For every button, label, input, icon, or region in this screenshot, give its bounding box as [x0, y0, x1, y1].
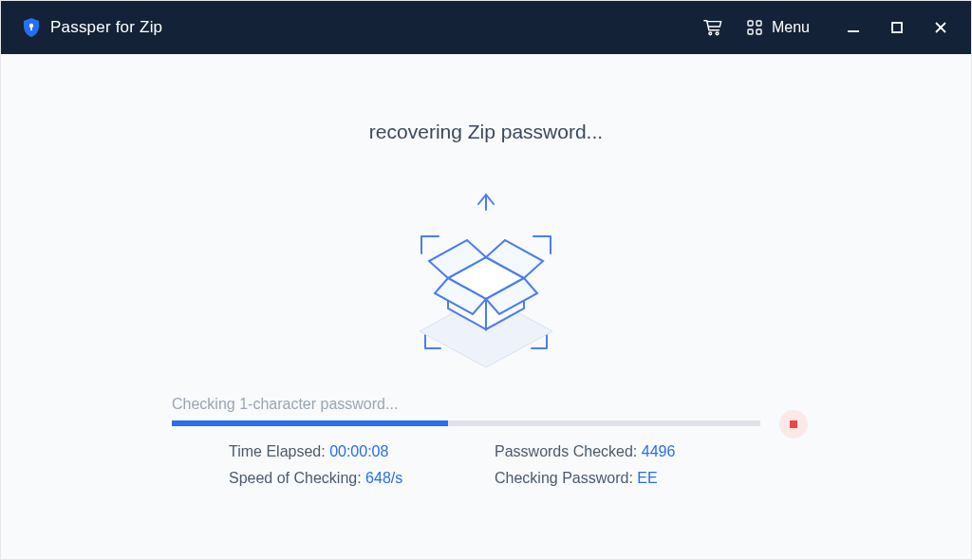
- titlebar: Passper for Zip: [1, 1, 971, 54]
- maximize-icon[interactable]: [888, 18, 907, 37]
- speed-label: Speed of Checking:: [229, 470, 365, 486]
- checking-password-label: Checking Password:: [495, 470, 637, 486]
- progress-title: recovering Zip password...: [1, 121, 971, 143]
- app-shield-icon: [22, 18, 41, 37]
- passwords-checked-value: 4496: [642, 443, 676, 459]
- illustration: [1, 187, 971, 396]
- svg-rect-9: [892, 23, 902, 32]
- time-elapsed-value: 00:00:08: [329, 443, 388, 459]
- app-window: Passper for Zip: [0, 0, 972, 560]
- window-controls: [844, 18, 950, 37]
- svg-rect-1: [30, 27, 32, 30]
- svg-rect-6: [748, 29, 753, 34]
- titlebar-left: Passper for Zip: [22, 18, 162, 37]
- menu-label: Menu: [772, 19, 810, 36]
- svg-rect-5: [757, 21, 761, 26]
- app-title: Passper for Zip: [50, 18, 162, 37]
- close-icon[interactable]: [931, 18, 950, 37]
- stop-button[interactable]: [779, 410, 808, 439]
- content-area: recovering Zip password...: [1, 54, 971, 559]
- speed-value: 648/s: [365, 470, 402, 486]
- svg-point-3: [716, 32, 719, 35]
- progress-bar: [172, 420, 760, 426]
- progress-fill: [172, 420, 448, 426]
- stop-icon: [790, 420, 797, 428]
- stat-time-elapsed: Time Elapsed: 00:00:08: [229, 443, 495, 460]
- svg-rect-7: [757, 29, 761, 34]
- svg-point-2: [709, 32, 712, 35]
- passwords-checked-label: Passwords Checked:: [495, 443, 642, 459]
- stat-checking-password: Checking Password: EE: [495, 470, 800, 487]
- menu-button[interactable]: Menu: [745, 18, 810, 37]
- time-elapsed-label: Time Elapsed:: [229, 443, 329, 459]
- cart-icon[interactable]: [703, 18, 722, 37]
- stat-passwords-checked: Passwords Checked: 4496: [495, 443, 800, 460]
- status-text: Checking 1-character password...: [172, 396, 398, 413]
- titlebar-right: Menu: [703, 18, 950, 37]
- stat-speed: Speed of Checking: 648/s: [229, 470, 495, 487]
- minimize-icon[interactable]: [844, 18, 863, 37]
- svg-rect-4: [748, 21, 753, 26]
- stats-grid: Time Elapsed: 00:00:08 Passwords Checked…: [229, 443, 800, 487]
- grid-icon: [745, 18, 764, 37]
- checking-password-value: EE: [637, 470, 657, 486]
